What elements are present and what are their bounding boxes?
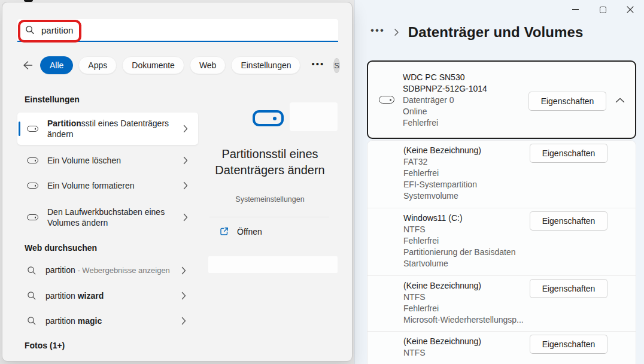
eigenschaften-button[interactable]: Eigenschaften <box>530 211 607 230</box>
drive-icon <box>27 126 38 132</box>
filter-tab-alle[interactable]: Alle <box>40 56 73 74</box>
drive-icon <box>379 96 394 104</box>
search-icon <box>25 25 35 35</box>
result-label: partition - Webergebnisse anzeigen <box>45 265 172 276</box>
volumes-list: (Keine Bezeichnung) FAT32 Fehlerfrei EFI… <box>367 140 636 364</box>
result-laufwerkbuchstaben-aendern[interactable]: Den Laufwerkbuchstaben eines Volumes änd… <box>17 201 198 233</box>
volume-detail: Fehlerfrei <box>403 168 636 179</box>
volume-detail: Microsoft-Wiederherstellungsp... <box>403 314 636 326</box>
volume-row-efi: (Keine Bezeichnung) FAT32 Fehlerfrei EFI… <box>367 141 636 208</box>
chevron-right-icon <box>183 181 188 190</box>
eigenschaften-button[interactable]: Eigenschaften <box>528 92 606 111</box>
result-label: Ein Volume formatieren <box>47 180 174 191</box>
eigenschaften-button[interactable]: Eigenschaften <box>530 279 607 298</box>
disk-info: WDC PC SN530 SDBPNPZ-512G-1014 Datenträg… <box>403 71 487 129</box>
text-caret <box>80 25 81 35</box>
screen: partition Alle Apps Dokumente Web Einste… <box>0 0 644 364</box>
chevron-right-icon <box>183 213 188 222</box>
disk-detail: Fehlerfrei <box>403 117 487 129</box>
result-label: Ein Volume löschen <box>47 155 174 166</box>
external-link-icon <box>219 226 229 236</box>
drive-icon <box>27 183 38 189</box>
volume-detail: EFI-Systempartition <box>403 179 636 190</box>
open-label: Öffnen <box>237 227 262 236</box>
web-result-partition-wizard[interactable]: partition wizard <box>17 287 198 305</box>
window-controls <box>561 0 644 19</box>
result-label: partition magic <box>45 316 172 326</box>
chevron-right-icon <box>181 266 186 275</box>
back-arrow-icon <box>22 59 34 71</box>
chevron-right-icon <box>183 125 188 133</box>
open-action[interactable]: Öffnen <box>219 226 262 236</box>
volume-row-recovery: (Keine Bezeichnung) NTFS Fehlerfrei Micr… <box>367 276 636 332</box>
drive-icon-large <box>253 110 284 126</box>
result-preview-pane: Partitionsstil eines Datenträgers ändern… <box>201 80 339 287</box>
chevron-up-icon[interactable] <box>615 98 625 103</box>
result-partitionsstil-aendern[interactable]: Partitionsstil eines Datenträgers ändern <box>17 113 198 145</box>
eigenschaften-button[interactable]: Eigenschaften <box>530 335 607 354</box>
preview-highlight-band <box>208 256 338 273</box>
filter-tab-dokumente[interactable]: Dokumente <box>122 56 184 74</box>
result-volume-loeschen[interactable]: Ein Volume löschen <box>17 151 198 170</box>
screen-edge-artifact <box>24 0 33 2</box>
close-button[interactable] <box>616 0 644 19</box>
maximize-button[interactable] <box>589 0 616 19</box>
section-header-fotos: Fotos (1+) <box>25 341 198 350</box>
page-header: ••• Datenträger und Volumes <box>370 24 583 41</box>
volume-detail: Systemvolume <box>403 190 636 202</box>
more-options-button[interactable]: ••• <box>311 59 328 72</box>
disk-detail: Datenträger 0 <box>403 95 487 106</box>
search-icon <box>27 291 37 301</box>
filter-tab-einstellungen[interactable]: Einstellungen <box>231 56 300 74</box>
preview-title: Partitionsstil eines Datenträgers ändern <box>207 146 333 178</box>
result-volume-formatieren[interactable]: Ein Volume formatieren <box>17 176 198 195</box>
volume-detail: Fehlerfrei <box>403 235 636 247</box>
search-icon <box>27 316 37 326</box>
close-icon <box>627 6 634 13</box>
breadcrumb-ellipsis-button[interactable]: ••• <box>370 25 385 40</box>
disk-name-line1: WDC PC SN530 <box>403 72 487 83</box>
filter-tab-web[interactable]: Web <box>190 56 226 74</box>
settings-window: ••• Datenträger und Volumes WDC PC SN530… <box>354 0 644 364</box>
page-title: Datenträger und Volumes <box>408 24 584 41</box>
divider <box>209 217 329 217</box>
search-results-list: Einstellungen Partitionsstil eines Daten… <box>17 90 198 350</box>
disk-card-wdc[interactable]: WDC PC SN530 SDBPNPZ-512G-1014 Datenträg… <box>367 60 636 139</box>
breadcrumb-chevron-icon <box>394 28 399 37</box>
search-query-text: partition <box>41 25 73 35</box>
section-header-einstellungen: Einstellungen <box>25 95 198 104</box>
result-label: Partitionsstil eines Datenträgers ändern <box>47 118 174 139</box>
chevron-right-icon <box>181 292 186 300</box>
search-flyout-window: partition Alle Apps Dokumente Web Einste… <box>2 2 353 362</box>
disk-name-line2: SDBPNPZ-512G-1014 <box>403 83 487 95</box>
search-filter-row: Alle Apps Dokumente Web Einstellungen ••… <box>22 56 338 74</box>
chevron-right-icon <box>183 156 188 165</box>
filter-tab-apps[interactable]: Apps <box>78 56 117 74</box>
user-avatar[interactable]: S <box>333 58 340 73</box>
minimize-icon <box>572 9 579 10</box>
maximize-icon <box>600 7 606 13</box>
minimize-button[interactable] <box>561 0 589 19</box>
volume-row-ntfs: (Keine Bezeichnung) NTFS Eigenschaften <box>367 332 636 364</box>
drive-icon <box>27 214 38 220</box>
search-input[interactable]: partition <box>17 19 338 42</box>
back-button[interactable] <box>22 57 34 73</box>
eigenschaften-button[interactable]: Eigenschaften <box>530 144 607 163</box>
disk-detail: Online <box>403 106 487 117</box>
search-icon <box>27 266 37 275</box>
volume-row-windows11: Windows11 (C:) NTFS Fehlerfrei Partition… <box>367 208 636 276</box>
drive-icon <box>27 157 38 163</box>
section-header-web: Web durchsuchen <box>25 243 198 253</box>
result-label: Den Laufwerkbuchstaben eines Volumes änd… <box>47 207 174 228</box>
result-label: partition wizard <box>45 290 172 301</box>
volume-detail: Partitionierung der Basisdaten <box>403 247 636 258</box>
preview-highlight-band <box>290 102 338 131</box>
chevron-right-icon <box>181 317 186 325</box>
web-result-partition-magic[interactable]: partition magic <box>17 312 198 330</box>
web-result-partition[interactable]: partition - Webergebnisse anzeigen <box>17 261 198 280</box>
volume-detail: Startvolume <box>403 258 636 269</box>
volume-detail: Fehlerfrei <box>403 303 636 314</box>
preview-subtitle: Systemeinstellungen <box>201 195 339 204</box>
